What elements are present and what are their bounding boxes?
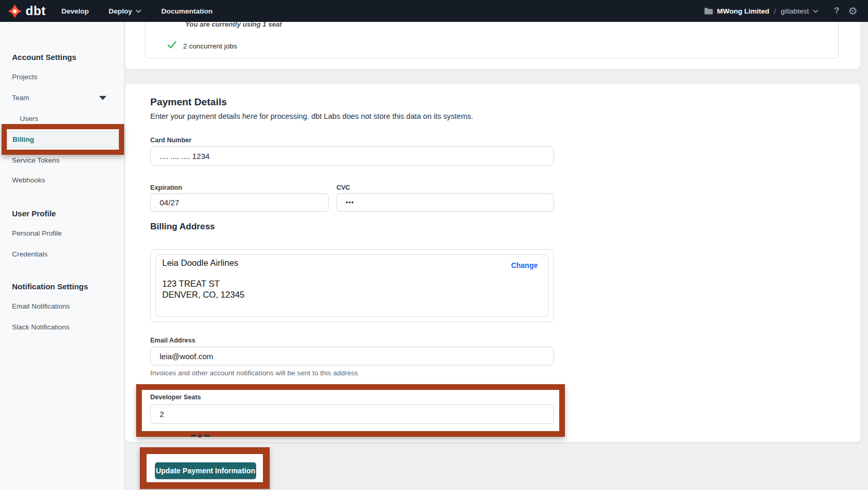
- dbt-cloud-billing-page: You are currently using 1 seat 2 concurr…: [0, 0, 868, 490]
- payment-details-subtitle: Enter your payment details here for proc…: [150, 112, 473, 120]
- sidebar-item-slack-notifications[interactable]: Slack Notifications: [12, 323, 69, 331]
- expiration-label: Expiration: [150, 184, 182, 191]
- sidebar-item-email-notifications[interactable]: Email Notifications: [12, 302, 70, 310]
- settings-sidebar: Account Settings Projects Team Users Ser…: [0, 22, 124, 490]
- email-helper-text: Invoices and other account notifications…: [150, 369, 358, 377]
- nav-item-deploy[interactable]: Deploy: [108, 7, 141, 15]
- annotation-billing-nav: Billing: [2, 124, 124, 155]
- annotation-developer-seats: Developer Seats: [136, 384, 565, 437]
- breadcrumb-project[interactable]: gitlabtest: [781, 7, 818, 15]
- nav-item-deploy-label: Deploy: [108, 7, 132, 15]
- billing-address-box: Leia Doodle Airlines Change 123 TREAT ST…: [150, 249, 554, 322]
- nav-item-documentation[interactable]: Documentation: [161, 7, 212, 15]
- billing-address-line1: 123 TREAT ST: [162, 279, 220, 289]
- payment-details-title: Payment Details: [150, 96, 227, 108]
- developer-seats-input[interactable]: [150, 405, 554, 424]
- billing-address-name: Leia Doodle Airlines: [162, 258, 238, 268]
- dbt-logo-text: dbt: [26, 4, 46, 18]
- expiration-input[interactable]: [150, 193, 329, 212]
- billing-address-inner-box: Leia Doodle Airlines Change 123 TREAT ST…: [155, 254, 549, 317]
- occluded-text-fragment: [198, 435, 201, 437]
- folder-icon: [704, 7, 713, 15]
- annotation-update-button: Update Payment Information: [140, 447, 270, 489]
- card-number-label: Card Number: [150, 137, 191, 144]
- billing-address-title: Billing Address: [150, 222, 215, 232]
- sidebar-item-webhooks[interactable]: Webhooks: [12, 176, 45, 184]
- email-address-label: Email Address: [150, 337, 195, 344]
- update-payment-button[interactable]: Update Payment Information: [155, 462, 256, 479]
- caret-down-icon[interactable]: [99, 96, 106, 100]
- concurrent-jobs-text: 2 concurrent jobs: [183, 42, 237, 50]
- occluded-text-fragment: [204, 435, 210, 437]
- dbt-logo-icon: [8, 4, 22, 18]
- chevron-down-icon: [813, 9, 818, 13]
- sidebar-item-team[interactable]: Team: [12, 94, 29, 102]
- sidebar-item-users[interactable]: Users: [20, 115, 38, 123]
- concurrent-jobs-row: 2 concurrent jobs: [167, 41, 237, 51]
- nav-menu: Develop Deploy Documentation: [62, 7, 213, 15]
- help-icon[interactable]: ?: [834, 6, 839, 16]
- card-number-input[interactable]: [150, 146, 554, 166]
- cvc-label: CVC: [336, 184, 350, 191]
- email-address-input[interactable]: [150, 347, 554, 365]
- dbt-logo[interactable]: dbt: [8, 4, 46, 18]
- chevron-down-icon: [136, 9, 141, 13]
- sidebar-item-billing-label: Billing: [7, 136, 34, 143]
- breadcrumb-separator: /: [774, 7, 776, 15]
- billing-address-line2: DENVER, CO, 12345: [162, 290, 245, 300]
- sidebar-item-credentials[interactable]: Credentials: [12, 250, 47, 258]
- occluded-text-fragment: [191, 435, 196, 437]
- cvc-input[interactable]: [336, 193, 554, 212]
- nav-item-develop[interactable]: Develop: [62, 7, 89, 15]
- sidebar-heading-account-settings: Account Settings: [12, 53, 76, 62]
- change-address-link[interactable]: Change: [511, 261, 538, 270]
- sidebar-heading-user-profile: User Profile: [12, 209, 56, 218]
- breadcrumb-project-label: gitlabtest: [781, 7, 809, 15]
- nav-right-cluster: MWong Limited / gitlabtest ? ⚙: [704, 6, 858, 16]
- sidebar-item-projects[interactable]: Projects: [12, 73, 38, 81]
- top-navbar: dbt Develop Deploy Documentation MWong L…: [0, 0, 868, 22]
- sidebar-heading-notification-settings: Notification Settings: [12, 282, 88, 291]
- sidebar-item-service-tokens[interactable]: Service Tokens: [12, 156, 59, 164]
- gear-icon[interactable]: ⚙: [848, 6, 858, 16]
- breadcrumb-account[interactable]: MWong Limited: [717, 7, 769, 15]
- sidebar-item-personal-profile[interactable]: Personal Profile: [12, 229, 62, 237]
- developer-seats-label: Developer Seats: [150, 394, 201, 401]
- check-icon: [167, 41, 176, 51]
- sidebar-item-billing[interactable]: Billing: [7, 131, 119, 148]
